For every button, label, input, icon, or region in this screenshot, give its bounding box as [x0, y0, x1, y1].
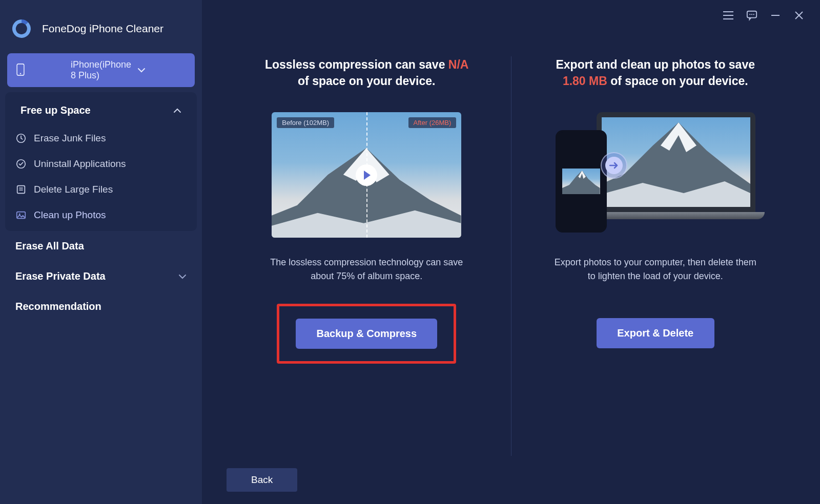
heading-text: Export and clean up photos to save [556, 58, 755, 71]
free-up-space-group: Free up Space Erase Junk Files Uninstall… [5, 92, 197, 231]
heading-emphasis: 1.80 MB [563, 74, 607, 88]
menu-recommendation[interactable]: Recommendation [0, 291, 202, 322]
heading-text: of space on your device. [607, 74, 748, 88]
heading-emphasis: N/A [448, 58, 468, 71]
menu-label: Clean up Photos [34, 209, 106, 221]
heading-text: Lossless compression can save [265, 58, 448, 71]
phone-icon [16, 64, 65, 77]
compress-illustration: Before (102MB) After (26MB) [272, 112, 461, 238]
compress-panel: Lossless compression can save N/A of spa… [222, 56, 511, 456]
sidebar: FoneDog iPhone Cleaner iPhone(iPhone 8 P… [0, 0, 202, 504]
menu-free-up-space[interactable]: Free up Space [5, 95, 197, 125]
close-icon[interactable] [793, 10, 805, 21]
export-delete-button[interactable]: Export & Delete [597, 318, 714, 348]
menu-label: Uninstall Applications [34, 158, 126, 170]
menu-icon[interactable] [723, 10, 734, 21]
export-illustration [556, 112, 755, 238]
svg-point-1 [20, 73, 22, 74]
uninstall-icon [15, 158, 27, 170]
clock-icon [15, 133, 27, 144]
titlebar [202, 0, 820, 31]
device-selector[interactable]: iPhone(iPhone 8 Plus) [7, 53, 195, 87]
export-description: Export photos to your computer, then del… [553, 256, 758, 283]
menu-label: Recommendation [15, 301, 101, 312]
chevron-down-icon [178, 274, 187, 279]
svg-point-14 [751, 14, 752, 15]
menu-erase-all[interactable]: Erase All Data [0, 231, 202, 261]
menu-erase-private[interactable]: Erase Private Data [0, 261, 202, 291]
transfer-arrow-icon [601, 152, 627, 179]
export-heading: Export and clean up photos to save 1.80 … [548, 56, 763, 89]
photo-icon [15, 209, 27, 221]
back-button[interactable]: Back [227, 468, 297, 492]
svg-point-15 [753, 14, 754, 15]
feedback-icon[interactable] [746, 10, 757, 21]
main-area: Lossless compression can save N/A of spa… [202, 0, 820, 504]
chevron-up-icon [173, 108, 181, 113]
after-size-tag: After (26MB) [408, 117, 457, 128]
sidebar-item-delete-large[interactable]: Delete Large Files [5, 177, 197, 202]
chevron-down-icon [137, 68, 186, 73]
compress-heading: Lossless compression can save N/A of spa… [259, 56, 474, 89]
phone-graphic [556, 130, 607, 233]
svg-rect-4 [17, 186, 25, 194]
backup-compress-button[interactable]: Backup & Compress [296, 319, 437, 349]
menu-label: Delete Large Files [34, 184, 113, 195]
minimize-icon[interactable] [770, 10, 781, 21]
menu-label: Erase Private Data [15, 270, 106, 282]
file-icon [15, 184, 27, 195]
sidebar-item-uninstall[interactable]: Uninstall Applications [5, 151, 197, 177]
menu-label: Erase All Data [15, 240, 84, 252]
app-title: FoneDog iPhone Cleaner [42, 23, 163, 35]
export-panel: Export and clean up photos to save 1.80 … [511, 56, 800, 456]
footer: Back [202, 456, 820, 504]
app-logo-icon [9, 16, 34, 41]
svg-rect-7 [17, 212, 26, 219]
content: Lossless compression can save N/A of spa… [202, 31, 820, 456]
menu-label: Erase Junk Files [34, 133, 106, 144]
sidebar-item-erase-junk[interactable]: Erase Junk Files [5, 125, 197, 151]
app-header: FoneDog iPhone Cleaner [0, 10, 202, 53]
compress-description: The lossless compression technology can … [264, 256, 469, 283]
heading-text: of space on your device. [298, 74, 435, 88]
before-size-tag: Before (102MB) [277, 117, 334, 128]
svg-point-13 [749, 14, 750, 15]
sidebar-item-clean-photos[interactable]: Clean up Photos [5, 202, 197, 228]
menu-label: Free up Space [20, 104, 91, 116]
play-icon[interactable] [356, 164, 377, 186]
highlight-box: Backup & Compress [277, 304, 456, 364]
device-label: iPhone(iPhone 8 Plus) [71, 59, 131, 81]
